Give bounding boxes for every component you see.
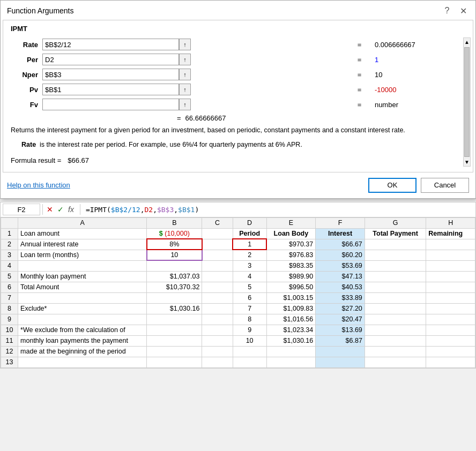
cell-g2[interactable] — [365, 239, 426, 250]
arg-input-per[interactable] — [42, 54, 179, 65]
cell-e7[interactable]: $1,003.15 — [266, 292, 316, 303]
cell-f10[interactable]: $13.69 — [316, 325, 365, 335]
cell-e3[interactable]: $976.83 — [266, 250, 316, 260]
cell-b1[interactable]: $ (10,000) — [147, 228, 202, 239]
cancel-formula-button[interactable]: ✕ — [45, 205, 55, 214]
col-header-c[interactable]: C — [202, 217, 233, 228]
cell-a9[interactable] — [18, 314, 147, 325]
cell-e11[interactable]: $1,030.16 — [266, 335, 316, 346]
col-header-g[interactable]: G — [365, 217, 426, 228]
cell-a6[interactable]: Total Amount — [18, 282, 147, 292]
cell-b3[interactable]: 10 — [147, 250, 202, 260]
arg-collapse-nper[interactable]: ↑ — [179, 69, 191, 80]
cell-g5[interactable] — [365, 271, 426, 282]
cell-h2[interactable] — [426, 239, 475, 250]
cell-f7[interactable]: $33.89 — [316, 292, 365, 303]
cell-a5[interactable]: Monthly loan payment — [18, 271, 147, 282]
cell-h4[interactable] — [426, 260, 475, 271]
ok-button[interactable]: OK — [368, 178, 416, 193]
cell-h12[interactable] — [426, 346, 475, 357]
cell-a3[interactable]: Loan term (months) — [18, 250, 147, 260]
cell-a8[interactable]: Exclude* — [18, 303, 147, 314]
cell-f8[interactable]: $27.20 — [316, 303, 365, 314]
arg-collapse-pv[interactable]: ↑ — [179, 84, 191, 95]
arg-collapse-rate[interactable]: ↑ — [179, 39, 191, 50]
cell-h10[interactable] — [426, 325, 475, 335]
cell-a2[interactable]: Annual interest rate — [18, 239, 147, 250]
cell-f4[interactable]: $53.69 — [316, 260, 365, 271]
cell-g9[interactable] — [365, 314, 426, 325]
arg-input-pv[interactable] — [42, 84, 179, 95]
cell-d1[interactable]: Period — [233, 228, 266, 239]
cell-g8[interactable] — [365, 303, 426, 314]
cell-a12[interactable]: made at the beginning of the period — [18, 346, 147, 357]
cell-h9[interactable] — [426, 314, 475, 325]
cell-d10[interactable]: 9 — [233, 325, 266, 335]
cell-g7[interactable] — [365, 292, 426, 303]
cell-h13[interactable] — [426, 357, 475, 367]
cell-b12[interactable] — [147, 346, 202, 357]
cell-d11[interactable]: 10 — [233, 335, 266, 346]
col-header-e[interactable]: E — [266, 217, 316, 228]
cell-b5[interactable]: $1,037.03 — [147, 271, 202, 282]
cell-h11[interactable] — [426, 335, 475, 346]
cell-d5[interactable]: 4 — [233, 271, 266, 282]
cell-g4[interactable] — [365, 260, 426, 271]
cell-g1[interactable]: Total Payment — [365, 228, 426, 239]
cell-d7[interactable]: 6 — [233, 292, 266, 303]
cell-h7[interactable] — [426, 292, 475, 303]
cell-e1[interactable]: Loan Body — [266, 228, 316, 239]
arg-input-rate[interactable] — [42, 39, 179, 50]
cell-d12[interactable] — [233, 346, 266, 357]
confirm-formula-button[interactable]: ✓ — [56, 205, 65, 214]
cell-c7[interactable] — [202, 292, 233, 303]
cell-a10[interactable]: *We exclude from the calculation of — [18, 325, 147, 335]
cell-b8[interactable]: $1,030.16 — [147, 303, 202, 314]
arg-input-fv[interactable] — [42, 99, 179, 110]
cell-g11[interactable] — [365, 335, 426, 346]
cell-g13[interactable] — [365, 357, 426, 367]
cell-b10[interactable] — [147, 325, 202, 335]
col-header-d[interactable]: D — [233, 217, 266, 228]
cell-c1[interactable] — [202, 228, 233, 239]
cancel-button[interactable]: Cancel — [421, 178, 469, 193]
cell-d9[interactable]: 8 — [233, 314, 266, 325]
fx-button[interactable]: fx — [66, 205, 76, 214]
cell-h6[interactable] — [426, 282, 475, 292]
cell-f9[interactable]: $20.47 — [316, 314, 365, 325]
cell-d8[interactable]: 7 — [233, 303, 266, 314]
cell-b9[interactable] — [147, 314, 202, 325]
cell-h5[interactable] — [426, 271, 475, 282]
cell-c9[interactable] — [202, 314, 233, 325]
scroll-down-arrow[interactable]: ▼ — [463, 158, 471, 166]
cell-c11[interactable] — [202, 335, 233, 346]
cell-e8[interactable]: $1,009.83 — [266, 303, 316, 314]
col-header-b[interactable]: B — [147, 217, 202, 228]
cell-h3[interactable] — [426, 250, 475, 260]
cell-c2[interactable] — [202, 239, 233, 250]
cell-c13[interactable] — [202, 357, 233, 367]
cell-d13[interactable] — [233, 357, 266, 367]
cell-g6[interactable] — [365, 282, 426, 292]
cell-a1[interactable]: Loan amount — [18, 228, 147, 239]
cell-a13[interactable] — [18, 357, 147, 367]
cell-h1[interactable]: Remaining — [426, 228, 475, 239]
cell-a4[interactable] — [18, 260, 147, 271]
formula-display[interactable]: =IPMT($B$2/12,D2,$B$3,$B$1) — [83, 205, 473, 214]
cell-d2[interactable]: 1 — [233, 239, 266, 250]
cell-b13[interactable] — [147, 357, 202, 367]
cell-a7[interactable] — [18, 292, 147, 303]
scroll-up-arrow[interactable]: ▲ — [463, 38, 471, 46]
arg-input-nper[interactable] — [42, 69, 179, 80]
cell-b11[interactable] — [147, 335, 202, 346]
cell-c6[interactable] — [202, 282, 233, 292]
cell-g10[interactable] — [365, 325, 426, 335]
scrollbar[interactable]: ▲ ▼ — [463, 37, 471, 167]
cell-f5[interactable]: $47.13 — [316, 271, 365, 282]
cell-d6[interactable]: 5 — [233, 282, 266, 292]
cell-f2[interactable]: $66.67 — [316, 239, 365, 250]
cell-b4[interactable] — [147, 260, 202, 271]
cell-f13[interactable] — [316, 357, 365, 367]
help-link-button[interactable]: Help on this function — [7, 181, 70, 189]
cell-e10[interactable]: $1,023.34 — [266, 325, 316, 335]
